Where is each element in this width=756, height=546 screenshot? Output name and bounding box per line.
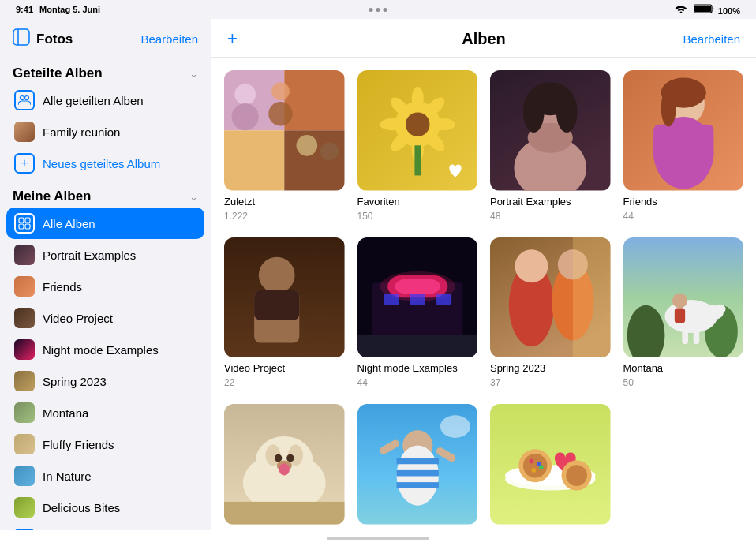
album-thumb-delicious	[490, 404, 611, 525]
svg-point-15	[232, 103, 259, 130]
sidebar-item-montana[interactable]: Montana	[6, 397, 204, 428]
main-content: + Alben Bearbeiten	[211, 19, 756, 530]
album-card-portrait[interactable]: Portrait Examples 48	[490, 70, 611, 222]
svg-rect-2	[13, 29, 29, 45]
svg-point-23	[411, 87, 423, 111]
main-title: Alben	[462, 30, 506, 48]
album-count: 44	[623, 211, 744, 222]
sidebar-item-label: Friends	[43, 280, 82, 294]
album-card-nature[interactable]: In Nature 53	[357, 404, 478, 530]
svg-rect-64	[573, 237, 611, 358]
album-card-zuletzt[interactable]: Zuletzt 1.222	[224, 70, 345, 222]
sidebar-item-fluffy[interactable]: Fluffy Friends	[6, 428, 204, 460]
sidebar-item-label: Alle geteilten Alben	[43, 94, 144, 107]
my-albums-chevron[interactable]: ⌄	[189, 191, 198, 203]
svg-point-19	[320, 143, 339, 161]
svg-rect-74	[674, 308, 684, 323]
albums-grid: Zuletzt 1.222	[211, 58, 756, 530]
shared-albums-chevron[interactable]: ⌄	[189, 68, 198, 80]
svg-rect-70	[693, 321, 699, 344]
main-header: + Alben Bearbeiten	[211, 19, 756, 58]
status-bar: 9:41 Montag 5. Juni 100%	[0, 0, 756, 19]
sidebar-header: Fotos Bearbeiten	[0, 19, 211, 56]
album-card-spring[interactable]: Spring 2023 37	[490, 237, 611, 389]
album-name: Portrait Examples	[490, 196, 611, 208]
svg-point-14	[234, 84, 256, 105]
sidebar: Fotos Bearbeiten Geteilte Alben ⌄ Alle g…	[0, 19, 211, 530]
svg-rect-7	[25, 218, 30, 223]
battery-icon: 100%	[694, 3, 740, 16]
main-header-inner: + Alben Bearbeiten	[227, 28, 740, 49]
album-card-montana[interactable]: Montana 50	[623, 237, 744, 389]
sidebar-edit-button[interactable]: Bearbeiten	[140, 32, 198, 46]
shared-albums-section-header: Geteilte Alben ⌄	[6, 56, 204, 84]
svg-point-62	[515, 249, 548, 282]
svg-rect-12	[224, 130, 284, 190]
svg-point-5	[25, 96, 29, 100]
album-card-friends[interactable]: Friends 44	[623, 70, 744, 222]
sidebar-item-spring[interactable]: Spring 2023	[6, 365, 204, 397]
sidebar-item-portrait[interactable]: Portrait Examples	[6, 239, 204, 271]
all-albums-icon	[14, 213, 35, 234]
album-card-video[interactable]: Video Project 22	[224, 237, 345, 389]
album-name: Favoriten	[357, 196, 478, 208]
nature-thumb	[14, 466, 35, 486]
album-thumb-fluffy	[224, 404, 345, 525]
album-count: 150	[357, 211, 478, 222]
sidebar-item-night-mode[interactable]: Night mode Examples	[6, 334, 204, 365]
sidebar-item-video[interactable]: Video Project	[6, 302, 204, 334]
svg-point-102	[539, 465, 544, 469]
svg-rect-42	[653, 125, 713, 163]
svg-point-38	[556, 91, 578, 133]
sidebar-item-friends[interactable]: Friends	[6, 271, 204, 302]
album-thumb-night-mode	[357, 237, 478, 358]
sidebar-item-label: Night mode Examples	[43, 343, 159, 357]
svg-point-22	[406, 112, 430, 136]
add-album-button[interactable]: +	[227, 28, 238, 49]
sidebar-toggle-icon[interactable]	[13, 28, 30, 50]
svg-point-83	[279, 463, 290, 475]
album-thumb-friends	[623, 70, 744, 191]
status-indicators: 100%	[675, 3, 740, 16]
album-card-delicious[interactable]: Delicious Bites 10	[490, 404, 611, 530]
sidebar-item-delicious[interactable]: Delicious Bites	[6, 492, 204, 523]
delicious-thumb	[14, 497, 35, 518]
album-card-night-mode[interactable]: Night mode Examples 44	[357, 237, 478, 389]
svg-rect-55	[357, 335, 478, 357]
sidebar-item-label: In Nature	[43, 469, 92, 483]
family-reunion-thumb	[14, 122, 35, 142]
album-name: Spring 2023	[490, 362, 611, 374]
sidebar-item-family-reunion[interactable]: Family reunion	[6, 116, 204, 148]
svg-rect-89	[396, 470, 438, 477]
album-count: 44	[357, 377, 478, 388]
album-card-fluffy[interactable]: Fluffy Friends 8	[224, 404, 345, 530]
svg-rect-8	[19, 224, 24, 229]
svg-point-37	[523, 91, 545, 133]
main-edit-button[interactable]: Bearbeiten	[683, 32, 740, 46]
svg-point-81	[286, 454, 294, 462]
sidebar-item-all-shared[interactable]: Alle geteilten Alben	[6, 84, 204, 116]
svg-point-17	[268, 102, 293, 126]
album-thumb-nature	[357, 404, 478, 525]
svg-point-73	[672, 293, 687, 308]
album-count: 1.222	[224, 211, 345, 222]
sidebar-item-new-shared[interactable]: + Neues geteiltes Album	[6, 148, 204, 179]
album-name: Night mode Examples	[357, 362, 478, 374]
svg-rect-90	[396, 482, 438, 488]
sidebar-item-all-albums[interactable]: Alle Alben	[6, 208, 204, 239]
montana-thumb	[14, 402, 35, 423]
sidebar-item-label: Neues geteiltes Album	[43, 157, 160, 170]
album-count: 48	[490, 211, 611, 222]
svg-point-4	[21, 96, 24, 100]
sidebar-item-label: Video Project	[43, 312, 113, 325]
sidebar-item-new-album[interactable]: + Neues Album	[6, 523, 204, 530]
album-name: Montana	[623, 362, 744, 374]
album-card-favoriten[interactable]: Favoriten 150	[357, 70, 478, 222]
shared-albums-icon	[14, 90, 35, 110]
sidebar-item-nature[interactable]: In Nature	[6, 460, 204, 492]
app-container: Fotos Bearbeiten Geteilte Alben ⌄ Alle g…	[0, 19, 756, 530]
album-thumb-spring	[490, 237, 611, 358]
svg-rect-56	[384, 294, 399, 305]
spring-thumb	[14, 371, 35, 391]
svg-rect-31	[414, 145, 421, 175]
